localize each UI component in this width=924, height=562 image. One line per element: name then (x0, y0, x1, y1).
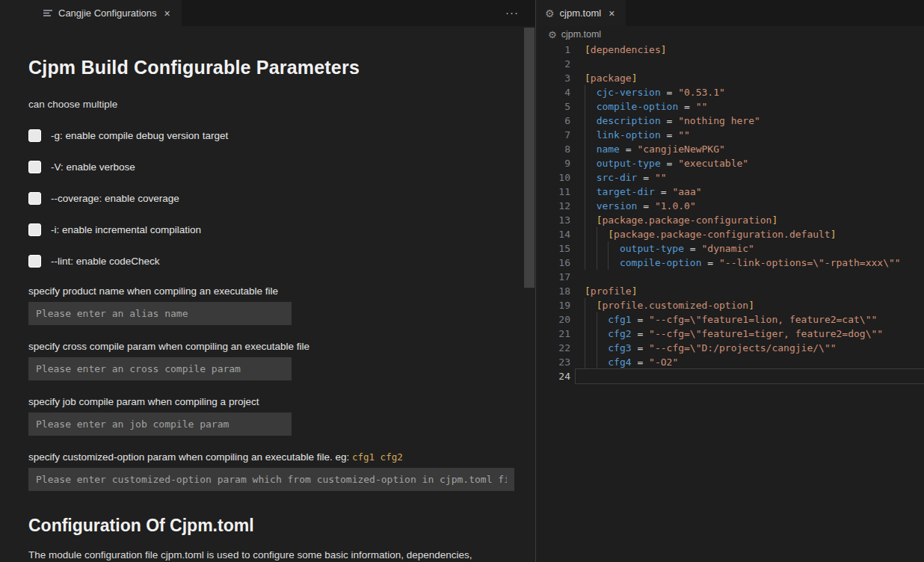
code-token: "nothing here" (678, 115, 760, 126)
code-line[interactable]: 3[package] (536, 71, 924, 85)
code-line[interactable]: 24 (536, 369, 924, 383)
code-line[interactable]: 15output-type = "dynamic" (536, 241, 924, 256)
checkbox-4[interactable] (28, 223, 41, 236)
close-icon[interactable]: × (606, 7, 617, 19)
line-content: target-dir = "aaa" (585, 185, 924, 199)
code-token: name (597, 143, 620, 155)
code-line[interactable]: 21cfg2 = "--cfg=\"feature1=tiger, featur… (536, 327, 924, 341)
code-token: ] (748, 300, 754, 311)
line-number: 23 (536, 355, 570, 369)
code-token: cfg1 (608, 314, 631, 325)
line-number: 13 (536, 213, 570, 227)
tab-cangjie-configurations[interactable]: Cangjie Configurations × (0, 0, 182, 26)
code-token: ] (632, 285, 638, 297)
breadcrumb-item[interactable]: cjpm.toml (561, 29, 601, 40)
code-line[interactable]: 14[package.package-configuration.default… (536, 227, 924, 241)
indent-guide (608, 241, 620, 256)
code-token: "aaa" (672, 186, 701, 197)
code-token: "--cfg=\"feature1=tiger, feature2=dog\"" (649, 328, 883, 339)
code-line[interactable]: 10src-dir = "" (536, 170, 924, 185)
code-line[interactable]: 12version = "1.0.0" (536, 199, 924, 213)
code-line[interactable]: 9output-type = "executable" (536, 156, 924, 170)
section-title: Configuration Of Cjpm.toml (28, 516, 535, 536)
field-label: specify job compile param when compiling… (28, 396, 535, 407)
line-number: 3 (536, 71, 570, 85)
code-token: "" (678, 129, 690, 140)
code-line[interactable]: 5compile-option = "" (536, 99, 924, 114)
code-line[interactable]: 16compile-option = "--link-options=\"-rp… (536, 256, 924, 270)
code-token: "dynamic" (702, 243, 754, 254)
code-token: output-type (597, 158, 661, 169)
code-line[interactable]: 13[package.package-configuration] (536, 213, 924, 227)
line-number: 5 (536, 99, 570, 114)
code-token: package.package-configuration (602, 214, 771, 226)
code-line[interactable]: 8name = "cangjieNewPKG" (536, 142, 924, 156)
code-line[interactable]: 22cfg3 = "--cfg=\"D:/projects/cangjie/\"… (536, 341, 924, 355)
indent-guide (585, 355, 597, 369)
checkbox-label: -i: enable incremental compilation (51, 224, 201, 235)
code-line[interactable]: 6description = "nothing here" (536, 114, 924, 128)
right-tab-bar: ⚙ cjpm.toml × (536, 0, 924, 26)
text-input-3[interactable] (28, 413, 292, 436)
checkbox-3[interactable] (28, 192, 41, 205)
code-token: target-dir (597, 186, 655, 197)
checkbox-1[interactable] (28, 129, 41, 142)
code-line[interactable]: 1[dependencies] (536, 43, 924, 57)
checkbox-row: --coverage: enable coverage (28, 182, 535, 214)
code-token: ] (661, 44, 667, 55)
line-content: compile-option = "--link-options=\"-rpat… (585, 256, 924, 270)
code-token: link-option (597, 129, 661, 140)
tab-cjpm-toml[interactable]: ⚙ cjpm.toml × (536, 0, 626, 26)
code-line[interactable]: 2 (536, 57, 924, 71)
line-number: 18 (536, 284, 570, 298)
code-token: = (661, 129, 678, 140)
line-content: [profile.customized-option] (585, 298, 924, 312)
indent-guide (585, 199, 597, 213)
code-line[interactable]: 11target-dir = "aaa" (536, 185, 924, 199)
line-content: output-type = "executable" (585, 156, 924, 170)
code-token: "cangjieNewPKG" (637, 143, 724, 155)
checkbox-list: -g: enable compile debug version target-… (28, 120, 535, 277)
webview-scrollbar[interactable] (524, 28, 535, 288)
code-token: = (637, 200, 654, 211)
checkbox-5[interactable] (28, 255, 41, 268)
code-line[interactable]: 7link-option = "" (536, 128, 924, 142)
code-token: profile.customized-option (602, 300, 748, 311)
gear-icon: ⚙ (545, 8, 555, 19)
code-line[interactable]: 4cjc-version = "0.53.1" (536, 85, 924, 99)
code-token: = (684, 243, 701, 254)
code-token: = (661, 115, 678, 126)
line-number: 11 (536, 185, 570, 199)
code-line[interactable]: 19[profile.customized-option] (536, 298, 924, 312)
code-token: = (620, 143, 637, 155)
text-input-2[interactable] (28, 357, 292, 380)
gear-icon: ⚙ (548, 30, 557, 40)
line-number: 16 (536, 256, 570, 270)
indent-guide (585, 170, 597, 185)
code-line[interactable]: 17 (536, 270, 924, 284)
field-label: specify product name when compiling an e… (28, 285, 535, 297)
code-token: "--cfg=\"D:/projects/cangjie/\"" (649, 342, 836, 353)
indent-guide (585, 241, 597, 256)
code-line[interactable]: 23cfg4 = "-O2" (536, 355, 924, 369)
indent-guide (597, 355, 609, 369)
line-content: compile-option = "" (585, 99, 924, 114)
code-token: [ (608, 229, 614, 240)
indent-guide (585, 142, 597, 156)
code-editor[interactable]: 1[dependencies]23[package]4cjc-version =… (536, 43, 924, 562)
code-line[interactable]: 20cfg1 = "--cfg=\"feature1=lion, feature… (536, 312, 924, 327)
code-token: package.package-configuration.default (614, 229, 831, 240)
line-content: cjc-version = "0.53.1" (585, 85, 924, 99)
code-token: "" (696, 101, 708, 112)
line-number: 22 (536, 341, 570, 355)
indent-guide (585, 312, 597, 327)
line-content: [package] (585, 71, 924, 85)
close-icon[interactable]: × (162, 7, 173, 19)
code-line[interactable]: 18[profile] (536, 284, 924, 298)
code-token: cjc-version (597, 87, 661, 98)
checkbox-2[interactable] (28, 161, 41, 173)
text-input-1[interactable] (28, 302, 292, 325)
text-input-4[interactable] (28, 468, 514, 491)
more-actions-icon[interactable]: ··· (505, 6, 519, 19)
field-group: specify customized-option param when com… (28, 451, 535, 491)
